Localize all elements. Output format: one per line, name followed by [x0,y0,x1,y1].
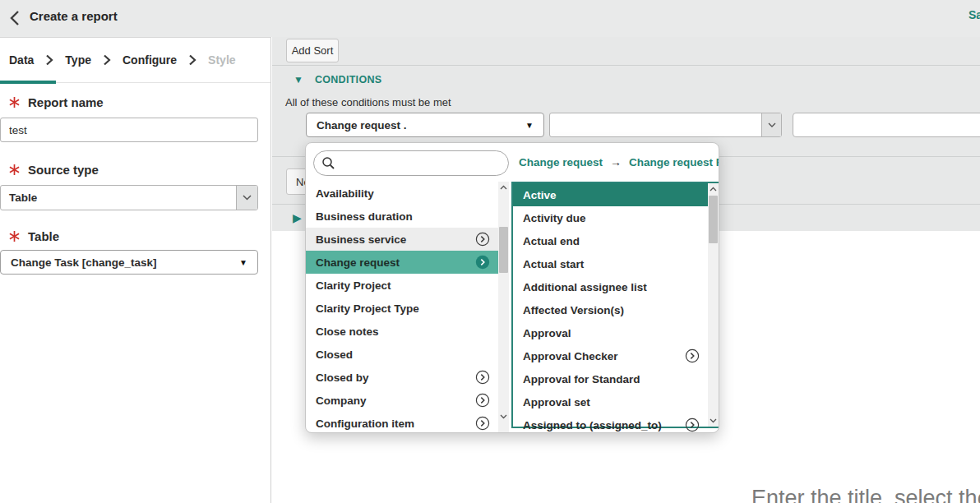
list-item[interactable]: Approval set [513,390,708,413]
list-item[interactable]: Additional assignee list [513,275,708,298]
step-data[interactable]: Data [9,53,34,67]
picker-header: Change request → Change request Fields [306,143,719,182]
left-panel: Data Type Configure Style Report name So… [0,37,271,503]
conditions-subtitle: All of these conditions must be met [285,96,451,108]
dropdown-triangle-icon: ▼ [239,258,247,267]
required-icon [8,230,21,242]
chevron-circle-icon [475,255,490,270]
picker-right-column: Active Activity due Actual end Actual st… [511,182,719,428]
list-item[interactable]: Closed [306,343,498,366]
search-input[interactable] [335,151,508,175]
chevron-circle-icon [475,232,490,247]
list-item[interactable]: Clarity Project Type [306,297,498,320]
scrollbar[interactable] [708,183,719,427]
source-type-select[interactable]: Table [0,185,258,210]
condition-value-input[interactable] [793,113,980,137]
list-item[interactable]: Clarity Project [306,274,498,297]
chevron-circle-icon [685,418,700,432]
scroll-up-icon[interactable] [498,182,509,193]
list-item[interactable]: Actual start [513,252,708,275]
top-header: Create a report Save [0,0,980,37]
save-button[interactable]: Save [968,8,980,21]
collapse-triangle-icon: ▼ [294,74,303,85]
list-item[interactable]: Configuration item [306,412,498,433]
back-button[interactable] [5,7,26,29]
picker-left-column: Availability Business duration Business … [306,182,509,433]
conditions-section-header[interactable]: ▼ CONDITIONS [294,74,381,85]
hint-text: Enter the title, select the data you wan… [751,486,980,503]
list-item[interactable]: Close notes [306,320,498,343]
picker-columns: Availability Business duration Business … [306,182,719,433]
expand-triangle-icon[interactable]: ▶ [293,211,302,224]
chevron-circle-icon [475,416,490,431]
list-item-selected[interactable]: Active [513,183,708,206]
list-item[interactable]: Actual end [513,229,708,252]
chevron-left-icon [5,7,26,29]
chevron-circle-icon [475,370,490,385]
report-name-input[interactable] [0,118,258,142]
search-icon [321,156,335,170]
scrollbar[interactable] [498,182,509,433]
page-title: Create a report [30,9,118,23]
list-item[interactable]: Activity due [513,206,708,229]
scroll-down-icon[interactable] [498,411,509,422]
list-item[interactable]: Affected Version(s) [513,298,708,321]
breadcrumb-parent[interactable]: Change request [519,156,603,168]
list-item[interactable]: Business duration [306,205,498,228]
chevron-circle-icon [475,393,490,408]
list-item[interactable]: Closed by [306,366,498,389]
field-picker-popup: Change request → Change request Fields A… [305,142,719,433]
chevron-down-icon [761,113,781,136]
picker-search[interactable] [313,150,509,176]
list-item[interactable]: Approval Checker [513,344,708,367]
step-style: Style [208,53,235,67]
conditions-section-label: CONDITIONS [315,74,381,85]
arrow-right-icon: → [610,155,622,168]
source-type-label: Source type [8,163,99,177]
chevron-down-icon [236,186,257,210]
step-type[interactable]: Type [65,53,91,67]
active-step-underline [0,81,56,84]
add-sort-button[interactable]: Add Sort [286,39,339,62]
condition-field-dropdown[interactable]: Change request . ▼ [306,113,544,137]
required-icon [8,96,21,108]
list-item[interactable]: Business service [306,228,498,251]
list-item[interactable]: Approval for Standard [513,367,708,390]
chevron-right-icon [188,54,196,66]
condition-operator-select[interactable] [549,113,782,137]
scroll-up-icon[interactable] [708,183,719,195]
list-item-selected[interactable]: Change request [306,251,498,274]
report-name-label: Report name [8,95,104,109]
required-icon [8,164,21,176]
scrollbar-thumb[interactable] [709,196,718,243]
list-item[interactable]: Approval [513,321,708,344]
chevron-right-icon [103,54,111,66]
chevron-circle-icon [685,348,700,363]
list-item[interactable]: Availability [306,182,498,205]
picker-breadcrumb: Change request → Change request Fields [519,155,719,168]
table-label: Table [8,229,59,243]
wizard-steps: Data Type Configure Style [0,38,270,83]
chevron-right-icon [45,54,53,66]
create-report-screen: { "colors": { "accent_teal": "#1f8476", … [0,0,980,503]
list-item[interactable]: Assigned to (assigned_to) [513,413,708,433]
dropdown-triangle-icon: ▼ [525,121,534,130]
step-configure[interactable]: Configure [122,53,177,67]
list-item[interactable]: Company [306,389,498,412]
breadcrumb-child[interactable]: Change request Fields [629,156,719,168]
table-dropdown[interactable]: Change Task [change_task] ▼ [0,250,258,275]
divider [272,65,980,66]
scroll-down-icon[interactable] [708,415,719,427]
scrollbar-thumb[interactable] [499,227,508,273]
